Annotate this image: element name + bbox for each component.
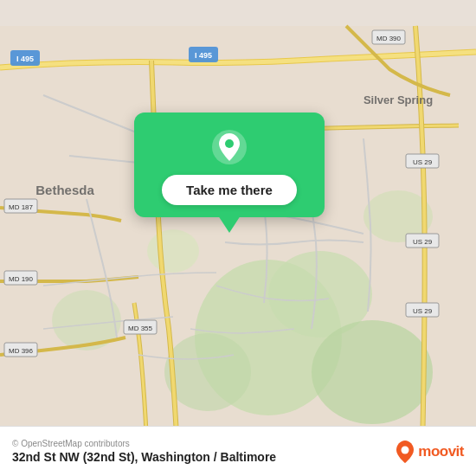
- svg-text:MD 390: MD 390: [376, 35, 402, 42]
- svg-text:MD 396: MD 396: [9, 347, 34, 355]
- svg-text:MD 187: MD 187: [9, 203, 34, 211]
- svg-text:MD 190: MD 190: [9, 275, 34, 283]
- svg-text:I 495: I 495: [16, 55, 34, 63]
- take-me-there-button[interactable]: Take me there: [162, 175, 297, 205]
- svg-text:MD 355: MD 355: [128, 325, 153, 332]
- moovit-pin-icon: [396, 440, 415, 464]
- svg-point-35: [225, 139, 234, 148]
- svg-text:US 29: US 29: [413, 158, 433, 166]
- svg-point-4: [164, 333, 251, 411]
- bottom-left-content: © OpenStreetMap contributors 32nd St NW …: [12, 439, 276, 464]
- moovit-logo: moovit: [396, 440, 464, 464]
- popup-card: Take me there: [134, 113, 325, 217]
- map-background: I 495 I 495 MD 390 MD 410 MD 355 MD 355 …: [0, 0, 476, 476]
- osm-attribution: © OpenStreetMap contributors: [12, 439, 276, 448]
- map-container: I 495 I 495 MD 390 MD 410 MD 355 MD 355 …: [0, 0, 476, 476]
- svg-point-36: [402, 446, 409, 453]
- svg-text:I 495: I 495: [195, 51, 212, 60]
- location-pin-icon: [210, 128, 248, 166]
- svg-point-6: [147, 229, 199, 273]
- bottom-bar: © OpenStreetMap contributors 32nd St NW …: [0, 426, 476, 476]
- svg-text:Silver Spring: Silver Spring: [363, 93, 433, 106]
- svg-text:US 29: US 29: [413, 238, 433, 246]
- svg-point-3: [312, 320, 433, 424]
- moovit-brand-label: moovit: [418, 443, 464, 460]
- svg-text:Bethesda: Bethesda: [35, 183, 94, 197]
- svg-text:US 29: US 29: [413, 307, 433, 315]
- address-label: 32nd St NW (32nd St), Washington / Balti…: [12, 450, 276, 464]
